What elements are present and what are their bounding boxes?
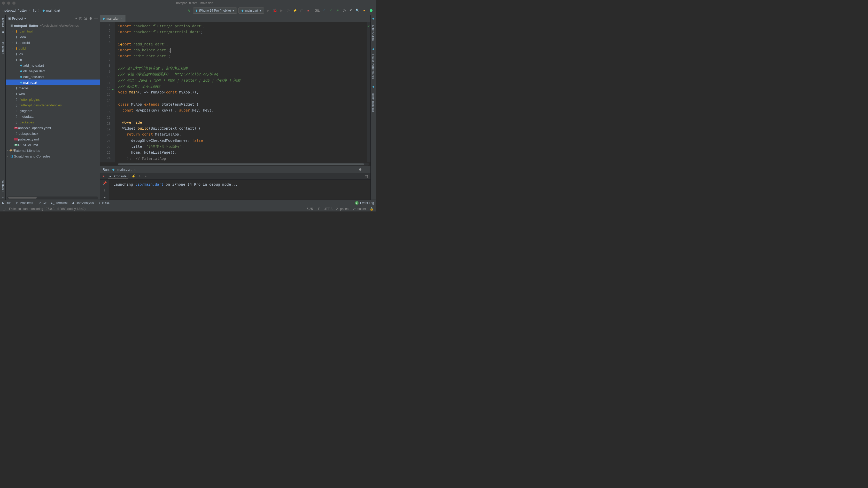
editor-horizontal-scrollbar[interactable]: [118, 163, 369, 165]
pin-icon[interactable]: 📌: [102, 181, 107, 185]
code-area[interactable]: import 'package:flutter/cupertino.dart';…: [115, 22, 367, 162]
tree-item-build[interactable]: ›▮build: [6, 45, 100, 51]
up-icon[interactable]: ↑: [104, 188, 106, 192]
tree-item-edit-note-dart[interactable]: ◆edit_note.dart: [6, 74, 100, 79]
gear-icon[interactable]: ⚙: [89, 17, 92, 21]
stop-icon[interactable]: ■: [306, 8, 311, 13]
close-icon[interactable]: ×: [134, 168, 136, 171]
collapse-icon[interactable]: ⇲: [84, 17, 87, 21]
tree-item--gitignore[interactable]: ▯.gitignore: [6, 108, 100, 113]
run-config-selector[interactable]: ◆ main.dart ▾: [239, 7, 264, 14]
favorites-tool-tab[interactable]: Favorites: [1, 178, 5, 194]
hot-reload-icon[interactable]: ⚡: [131, 174, 135, 178]
git-history-icon[interactable]: ◷: [342, 8, 347, 13]
close-icon[interactable]: ×: [121, 17, 123, 21]
tree-item--metadata[interactable]: ▯.metadata: [6, 113, 100, 119]
file-encoding[interactable]: UTF-8: [324, 207, 333, 211]
event-log-tab[interactable]: Event Log: [360, 201, 374, 205]
stop-icon[interactable]: ■: [102, 174, 104, 178]
git-update-icon[interactable]: ✓: [321, 8, 327, 13]
breadcrumb[interactable]: notepad_flutter 〉 lib 〉 ◆ main.dart: [3, 8, 60, 13]
tree-item-main-dart[interactable]: ◆main.dart: [6, 79, 100, 85]
indent-setting[interactable]: 2 spaces: [336, 207, 348, 211]
tree-item-pubspec-lock[interactable]: ▯pubspec.lock: [6, 131, 100, 136]
tree-item-ios[interactable]: ›▮ios: [6, 51, 100, 57]
scratches-consoles[interactable]: › ◨ Scratches and Consoles: [6, 153, 100, 159]
editor-tab-main[interactable]: ◆ main.dart ×: [100, 15, 126, 22]
editor-body[interactable]: 123456789101112▶131415161718o↑1920212223…: [100, 22, 370, 162]
lock-icon[interactable]: 🔒: [370, 207, 374, 211]
breadcrumb-project[interactable]: notepad_flutter: [3, 8, 27, 12]
problems-tab[interactable]: ⊘Problems: [16, 201, 33, 205]
tree-item-android[interactable]: ›▮android: [6, 40, 100, 45]
flutter-hot-reload-icon[interactable]: ⇘: [186, 8, 191, 13]
tree-item-lib[interactable]: ⌄▮lib: [6, 57, 100, 63]
flutter-performance-tab[interactable]: Flutter Performance: [371, 52, 375, 81]
hot-reload-icon[interactable]: ⚡: [292, 8, 298, 13]
tree-item--flutter-plugins[interactable]: ▯.flutter-plugins: [6, 97, 100, 102]
console-output[interactable]: Launching lib/main.dart on iPhone 14 Pro…: [109, 180, 370, 200]
tree-item-add-note-dart[interactable]: ◆add_note.dart: [6, 63, 100, 68]
target-icon[interactable]: ⌖: [75, 17, 77, 21]
git-commit-icon[interactable]: ✓: [328, 8, 333, 13]
tree-item--dart-tool[interactable]: ›▮.dart_tool: [6, 28, 100, 34]
tree-root[interactable]: ⌄ ▣ notepad_flutter ~/projects/mine/gite…: [6, 23, 100, 28]
tree-item--flutter-plugins-dependencies[interactable]: ▯.flutter-plugins-dependencies: [6, 102, 100, 108]
console-tab[interactable]: ▸_ Console: [108, 174, 128, 179]
gear-icon[interactable]: ⚙: [359, 168, 362, 171]
expand-icon[interactable]: ⇱: [79, 17, 82, 21]
git-branch[interactable]: ⎇ master: [352, 207, 366, 211]
run-button-icon[interactable]: ▶: [266, 8, 271, 13]
ide-update-icon[interactable]: ●: [362, 8, 367, 13]
tree-item-pubspec-yaml[interactable]: Ypubspec.yaml: [6, 136, 100, 142]
restart-icon[interactable]: ↻: [139, 174, 142, 178]
terminal-tab[interactable]: ▸_Terminal: [51, 201, 67, 205]
todo-tab[interactable]: ≡TODO: [98, 201, 110, 205]
tree-item-web[interactable]: ›▮web: [6, 91, 100, 97]
flutter-outline-tab[interactable]: Flutter Outline: [371, 22, 375, 43]
tree-item--idea[interactable]: ›▮.idea: [6, 34, 100, 40]
attach-icon[interactable]: ▢: [299, 8, 304, 13]
devtools-icon[interactable]: ●: [145, 174, 147, 178]
git-tab[interactable]: ⎇Git: [38, 201, 46, 205]
tree-item-analysis-options-yaml[interactable]: Yanalysis_options.yaml: [6, 125, 100, 131]
tree-item-db-helper-dart[interactable]: ◆db_helper.dart: [6, 68, 100, 74]
device-selector[interactable]: ▮ iPhone 14 Pro (mobile) ▾: [193, 7, 237, 14]
hide-icon[interactable]: —: [94, 17, 98, 21]
tree-item-macos[interactable]: ›▮macos: [6, 85, 100, 91]
caret-position[interactable]: 5:25: [307, 207, 313, 211]
git-push-icon[interactable]: ↗: [335, 8, 340, 13]
close-window-icon[interactable]: [2, 2, 5, 5]
tree-horizontal-scrollbar[interactable]: [7, 196, 98, 199]
project-tree[interactable]: ⌄ ▣ notepad_flutter ~/projects/mine/gite…: [6, 22, 100, 196]
run-tab[interactable]: ▶Run: [2, 201, 11, 205]
avatar-icon[interactable]: ⬣: [368, 8, 374, 13]
hide-icon[interactable]: —: [365, 168, 368, 171]
run-config-name[interactable]: main.dart: [117, 168, 131, 171]
dart-analysis-tab[interactable]: ◆Dart Analysis: [72, 201, 94, 205]
debug-button-icon[interactable]: 🐞: [272, 8, 277, 13]
git-revert-icon[interactable]: ↶: [348, 8, 353, 13]
panel-title[interactable]: Project: [12, 17, 23, 21]
inspection-stripe[interactable]: ✔: [367, 22, 370, 162]
tree-item--packages[interactable]: ▯.packages: [6, 119, 100, 125]
structure-tool-tab[interactable]: Structure: [1, 40, 5, 56]
more-icon[interactable]: »: [103, 195, 105, 199]
maximize-window-icon[interactable]: [12, 2, 16, 5]
search-icon[interactable]: 🔍: [355, 8, 360, 13]
line-separator[interactable]: LF: [316, 207, 320, 211]
layout-icon[interactable]: ▤: [365, 174, 368, 178]
breadcrumb-folder[interactable]: lib: [33, 8, 36, 12]
tree-item-readme-md[interactable]: MREADME.md: [6, 142, 100, 148]
coverage-icon[interactable]: ▶: [279, 8, 284, 13]
profile-icon[interactable]: ◷: [286, 8, 291, 13]
minimize-window-icon[interactable]: [7, 2, 10, 5]
project-tool-tab[interactable]: Project: [1, 16, 5, 29]
gutter[interactable]: 123456789101112▶131415161718o↑1920212223…: [100, 22, 115, 162]
breadcrumb-file[interactable]: main.dart: [46, 8, 60, 12]
chevron-down-icon[interactable]: ▾: [24, 17, 26, 21]
status-icon[interactable]: ▢: [3, 207, 5, 211]
console-link[interactable]: lib/main.dart: [135, 182, 163, 187]
external-libraries[interactable]: › �극 External Libraries: [6, 148, 100, 153]
flutter-inspector-tab[interactable]: Flutter Inspector: [371, 90, 375, 114]
